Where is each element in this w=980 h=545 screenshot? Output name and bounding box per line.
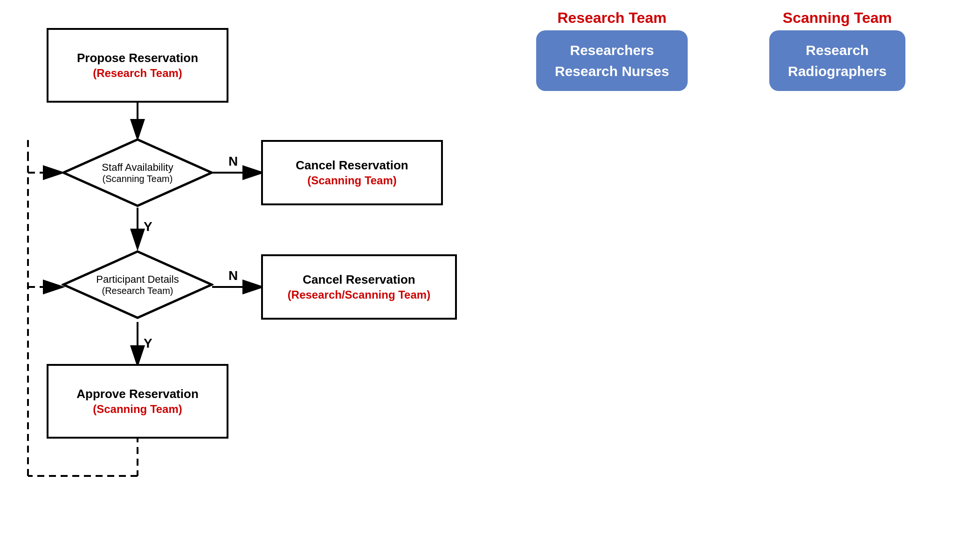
- cancel-part-team: (Research/Scanning Team): [288, 287, 430, 302]
- cancel-staff-team: (Scanning Team): [307, 173, 397, 188]
- scanning-team-box: ResearchRadiographers: [769, 30, 905, 91]
- staff-availability-diamond: Staff Availability (Scanning Team): [62, 138, 214, 208]
- scanning-team-members: ResearchRadiographers: [788, 42, 887, 79]
- approve-reservation-box: Approve Reservation (Scanning Team): [47, 364, 228, 439]
- participant-team: (Research Team): [102, 286, 173, 296]
- propose-team: (Research Team): [93, 66, 182, 80]
- cancel-staff-box: Cancel Reservation (Scanning Team): [261, 140, 443, 205]
- cancel-part-title: Cancel Reservation: [303, 272, 415, 288]
- participant-title: Participant Details: [96, 273, 179, 286]
- approve-title: Approve Reservation: [76, 386, 199, 402]
- research-team-title: Research Team: [557, 9, 666, 27]
- scanning-team-title: Scanning Team: [783, 9, 892, 27]
- diagram-container: N Y N Y Propose Reservation (Research Te…: [0, 0, 980, 545]
- svg-text:N: N: [228, 268, 238, 283]
- research-team-members: ResearchersResearch Nurses: [555, 42, 669, 79]
- svg-text:Y: Y: [144, 336, 152, 350]
- svg-text:Y: Y: [144, 219, 152, 234]
- research-team-legend: Research Team ResearchersResearch Nurses: [536, 9, 688, 91]
- participant-details-diamond: Participant Details (Research Team): [62, 250, 214, 320]
- propose-title: Propose Reservation: [77, 50, 198, 66]
- staff-team: (Scanning Team): [103, 174, 173, 184]
- svg-text:N: N: [228, 154, 238, 168]
- staff-title: Staff Availability: [102, 161, 173, 174]
- research-team-box: ResearchersResearch Nurses: [536, 30, 688, 91]
- scanning-team-legend: Scanning Team ResearchRadiographers: [769, 9, 905, 91]
- cancel-staff-title: Cancel Reservation: [296, 158, 408, 174]
- approve-team: (Scanning Team): [93, 402, 182, 416]
- propose-reservation-box: Propose Reservation (Research Team): [47, 28, 228, 103]
- cancel-part-box: Cancel Reservation (Research/Scanning Te…: [261, 254, 457, 320]
